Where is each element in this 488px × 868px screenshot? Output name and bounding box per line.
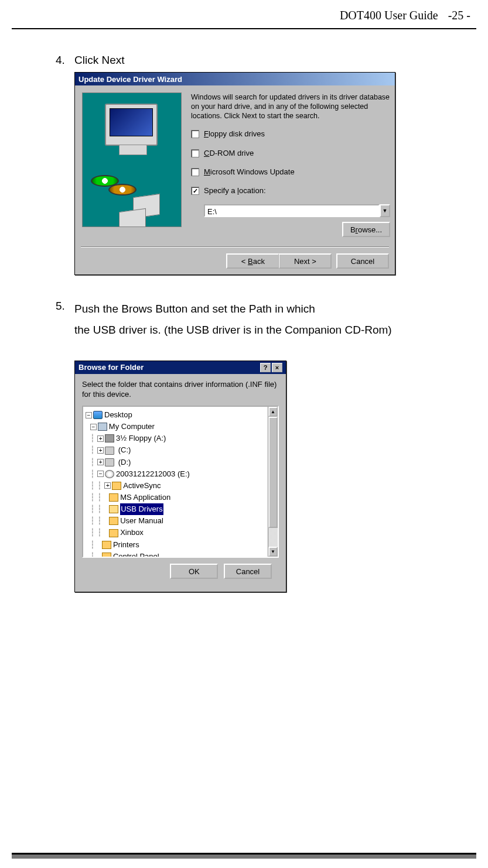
checkbox-row-winupdate[interactable]: Microsoft Windows Update: [191, 167, 390, 177]
tree-drive-d[interactable]: ┆ + (D:): [86, 457, 277, 468]
tree-drive-c[interactable]: ┆ + (C:): [86, 444, 277, 456]
tree-control-panel[interactable]: ┆ Control Panel: [86, 551, 277, 558]
tree-activesync[interactable]: ┆ ┆ +ActiveSync: [86, 480, 277, 492]
browse-for-folder-dialog: Browse for Folder ? × Select the folder …: [74, 361, 286, 592]
cd-icon: [105, 470, 114, 478]
tree-floppy-a[interactable]: ┆ +3½ Floppy (A:): [86, 433, 277, 444]
step-4-text: Click Next: [74, 53, 476, 68]
step-5-line1: Push the Brows Button and set the Path i…: [74, 299, 476, 320]
page-footer-bar: [12, 853, 476, 859]
tree-scrollbar[interactable]: ▲ ▼: [268, 407, 278, 557]
desktop-icon: [93, 411, 103, 419]
browse-instruction: Select the folder that contains driver i…: [82, 380, 279, 400]
opt-winupd-label: icrosoft Windows Update: [210, 167, 295, 176]
step-5: 5. Push the Brows Button and set the Pat…: [56, 299, 476, 341]
browse-title: Browse for Folder: [79, 362, 144, 373]
folder-icon: [112, 482, 121, 490]
tree-ms-application[interactable]: ┆ ┆ MS Application: [86, 492, 277, 503]
folder-icon: [109, 517, 118, 525]
checkbox-specify[interactable]: [191, 187, 199, 195]
tree-mycomputer[interactable]: −My Computer: [86, 421, 277, 433]
cancel-button[interactable]: Cancel: [336, 253, 389, 269]
opt-cdrom-label: D-ROM drive: [209, 149, 254, 157]
update-driver-wizard-dialog: Update Device Driver Wizard Windows will…: [74, 72, 395, 276]
wizard-intro-text: Windows will search for updated drivers …: [191, 92, 390, 121]
location-input[interactable]: E:\: [204, 204, 380, 217]
wizard-illustration: [82, 92, 182, 227]
step-4-num: 4.: [56, 53, 74, 68]
folder-tree[interactable]: −Desktop −My Computer ┆ +3½ Floppy (A:) …: [82, 406, 279, 558]
scroll-down-button[interactable]: ▼: [268, 547, 278, 557]
page-header: DOT400 User Guide -25 -: [12, 6, 476, 22]
back-button[interactable]: < Back: [226, 253, 279, 269]
browse-button[interactable]: Browse...: [342, 222, 390, 237]
drive-icon: [105, 447, 114, 455]
drive-icon: [105, 458, 114, 466]
close-button[interactable]: ×: [272, 363, 282, 372]
tree-user-manual[interactable]: ┆ ┆ User Manual: [86, 515, 277, 527]
checkbox-row-specify[interactable]: Specify a location:: [191, 186, 390, 196]
control-panel-icon: [102, 553, 111, 558]
scroll-thumb[interactable]: [268, 417, 278, 528]
scroll-up-button[interactable]: ▲: [268, 407, 278, 417]
location-dropdown-button[interactable]: ▼: [380, 204, 390, 217]
help-button[interactable]: ?: [260, 363, 271, 372]
floppy-icon: [105, 434, 114, 442]
computer-icon: [98, 423, 107, 431]
step-4: 4. Click Next: [56, 53, 476, 68]
checkbox-floppy[interactable]: [191, 130, 199, 138]
tree-xinbox[interactable]: ┆ ┆ Xinbox: [86, 527, 277, 538]
tree-usb-drivers[interactable]: ┆ ┆ USB Drivers: [86, 503, 277, 515]
browse-titlebar[interactable]: Browse for Folder ? ×: [75, 361, 286, 374]
folder-icon: [109, 529, 118, 537]
wizard-titlebar[interactable]: Update Device Driver Wizard: [75, 73, 395, 85]
checkbox-row-floppy[interactable]: Floppy disk drives: [191, 129, 390, 139]
browse-cancel-button[interactable]: Cancel: [224, 564, 272, 579]
header-guide: DOT400 User Guide: [340, 9, 438, 22]
next-button[interactable]: Next >: [279, 253, 332, 269]
tree-desktop[interactable]: −Desktop: [86, 409, 277, 421]
printers-icon: [102, 541, 111, 549]
checkbox-row-cdrom[interactable]: CD-ROM drive: [191, 148, 390, 159]
tree-printers[interactable]: ┆ Printers: [86, 539, 277, 551]
opt-floppy-label: loppy disk drives: [209, 129, 265, 138]
folder-open-icon: [109, 505, 118, 513]
tree-drive-e[interactable]: ┆ −20031212212003 (E:): [86, 468, 277, 480]
checkbox-winupdate[interactable]: [191, 168, 199, 176]
checkbox-cdrom[interactable]: [191, 149, 199, 157]
ok-button[interactable]: OK: [170, 564, 218, 579]
step-5-num: 5.: [56, 299, 74, 341]
header-page-num: -25 -: [448, 9, 470, 22]
step-5-line2: the USB driver is. (the USB driver is in…: [74, 320, 476, 341]
folder-icon: [109, 493, 118, 502]
